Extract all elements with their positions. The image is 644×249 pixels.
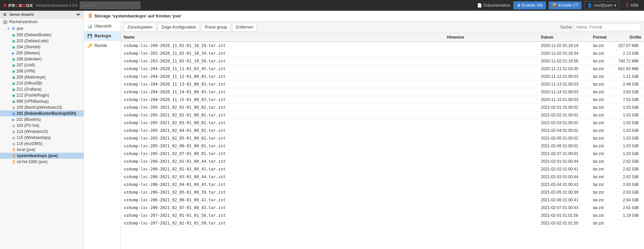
sidebar-item-200[interactable]: ▣ 200 (DebianBuster) (0, 32, 84, 38)
table-row[interactable]: vzdump-lxc-205-2021_02_06-01_00_01.tar.z… (121, 142, 644, 150)
sidebar-item-204[interactable]: ▣ 204 (Shinobi) (0, 44, 84, 50)
sidebar-item-115[interactable]: ▣ 115 (WindowsIspy) (0, 135, 84, 141)
tab-backups[interactable]: 💾 Backups (84, 31, 121, 41)
cell-notes (444, 57, 538, 65)
sidebar-item-systembackups[interactable]: 🗄 systembackups (pve) (0, 153, 84, 159)
cell-format: tar.zst (590, 204, 614, 212)
cell-notes (444, 189, 538, 196)
table-row[interactable]: vzdump-lxc-206-2021_02_02-01_00_41.tar.z… (121, 165, 644, 173)
create-ct-icon: 📦 (552, 3, 557, 8)
sidebar-item-pve[interactable]: ▼ 🖥 pve (0, 25, 84, 32)
table-row[interactable]: vzdump-lxc-206-2021_02_03-01_00_44.tar.z… (121, 173, 644, 181)
zuruckspielen-button[interactable]: Zurückspielen (124, 23, 156, 32)
sidebar-item-local[interactable]: 🗄 local (pve) (0, 147, 84, 153)
sidebar-item-vd-hd-1000[interactable]: 🗄 vd-hd-1000 (pve) (0, 159, 84, 165)
sidebar-item-101[interactable]: ▣ 101 (DebianBusterBackupSSH) (0, 110, 84, 116)
table-row[interactable]: vzdump-lxc-206-2021_02_05-01_00_39.tar.z… (121, 189, 644, 196)
ct-icon: ▣ (12, 76, 15, 79)
cell-size: 740.72 MiB (614, 57, 644, 65)
table-row[interactable]: vzdump-lxc-202-2020_11_02-01_18_34.tar.z… (121, 50, 644, 57)
table-row[interactable]: vzdump-lxc-205-2021_02_02-01_00_01.tar.z… (121, 111, 644, 119)
prune-group-button[interactable]: Prune group (201, 23, 231, 32)
sidebar-item-116[interactable]: ▣ 116 (ecoDMS) (0, 141, 84, 147)
cell-notes (444, 127, 538, 135)
content-header: 🗄 Storage 'systembackups' auf Knoten 'pv… (84, 11, 644, 21)
table-row[interactable]: vzdump-lxc-205-2021_02_01-01_00_02.tar.z… (121, 104, 644, 111)
table-row[interactable]: vzdump-lxc-206-2021_02_07-01_00_43.tar.z… (121, 204, 644, 212)
table-row[interactable]: vzdump-lxc-204-2020_11_13-01_00_03.tar.z… (121, 81, 644, 88)
table-row[interactable]: vzdump-lxc-206-2021_02_04-01_00_43.tar.z… (121, 181, 644, 189)
main-layout: 🖥 Server-Ansicht 🏢 Rechenzentrum ▼ 🖥 pve… (0, 11, 644, 249)
cell-format: tar.zst (590, 50, 614, 57)
sidebar-item-203[interactable]: ▣ 203 (DebianLxde) (0, 38, 84, 44)
cell-size: 841.63 MiB (614, 65, 644, 73)
table-row[interactable]: vzdump-lxc-205-2021_02_05-01_00_02.tar.z… (121, 135, 644, 142)
content-search-input[interactable] (574, 23, 641, 31)
sidebar-item-208[interactable]: ▣ 208 (VPN) (0, 68, 84, 74)
table-row[interactable]: vzdump-lxc-204-2020_11_15-01_00_03.tar.z… (121, 96, 644, 104)
sidebar-item-103[interactable]: ▣ 103 (PV-Sol) (0, 122, 84, 129)
storage-active-icon: 🗄 (12, 154, 15, 158)
col-size-header: Größe (614, 33, 644, 42)
cell-name: vzdump-lxc-204-2020_11_15-01_00_03.tar.z… (121, 96, 444, 104)
create-vm-icon: 🖥 (517, 3, 521, 8)
table-row[interactable]: vzdump-lxc-205-2021_02_04-01_00_02.tar.z… (121, 127, 644, 135)
view-selector[interactable]: Server-Ansicht (8, 12, 81, 17)
table-row[interactable]: vzdump-lxc-206-2021_02_01-01_00_44.tar.z… (121, 158, 644, 165)
cell-date: 2020-11-12 01:00:03 (538, 73, 590, 81)
left-panel: 📊 Übersicht 💾 Backups 🔑 Rechte (84, 21, 121, 249)
col-name-header: Name (121, 33, 444, 42)
cell-date: 2021-02-02 01:01:50 (538, 219, 590, 227)
vm-off-icon: ▣ (12, 106, 15, 109)
cell-notes (444, 165, 538, 173)
sidebar-item-999[interactable]: ▣ 999 (VPNBackup) (0, 98, 84, 104)
table-row[interactable]: vzdump-lxc-204-2020_11_11-01_03_45.tar.z… (121, 65, 644, 73)
cell-date: 2021-02-01 01:01:56 (538, 212, 590, 219)
sidebar-item-205[interactable]: ▶ 205 (Weewx) (0, 50, 84, 56)
tab-overview[interactable]: 📊 Übersicht (84, 21, 121, 31)
cell-notes (444, 88, 538, 96)
documentation-button[interactable]: 📄 Dokumentation (477, 3, 511, 8)
cell-size: 1.03 GiB (614, 111, 644, 119)
user-button[interactable]: 👤 root@pam ▾ (584, 1, 619, 9)
sidebar-item-210[interactable]: ▣ 210 (InfluxDB) (0, 80, 84, 86)
sidebar-header[interactable]: 🖥 Server-Ansicht (0, 11, 84, 18)
cell-format: tar.zst (590, 212, 614, 219)
cell-format: tar.zst (590, 127, 614, 135)
sidebar-item-rechenzentrum[interactable]: 🏢 Rechenzentrum (0, 18, 84, 25)
sidebar-view-icon: 🖥 (3, 12, 7, 17)
sidebar-item-102[interactable]: ▶ 102 (Blueliris) (0, 116, 84, 122)
help-button[interactable]: ❓ Hilfe (622, 2, 641, 9)
sidebar-item-207[interactable]: ▣ 207 (Unifi) (0, 62, 84, 68)
cell-date: 2021-02-01 01:00:02 (538, 104, 590, 111)
cell-format: tar.zst (590, 181, 614, 189)
sidebar-item-211[interactable]: ▣ 211 (Grafana) (0, 86, 84, 92)
create-vm-button[interactable]: 🖥 Erstelle VM (513, 1, 546, 9)
table-row[interactable]: vzdump-lxc-205-2021_02_03-01_00_02.tar.z… (121, 119, 644, 127)
sidebar-item-206[interactable]: ▣ 206 (lobroker) (0, 56, 84, 62)
sidebar-item-212[interactable]: ▣ 212 (FoshkPlugin) (0, 92, 84, 98)
table-row[interactable]: vzdump-lxc-203-2020_11_02-01_19_56.tar.z… (121, 57, 644, 65)
search-input[interactable] (80, 2, 140, 9)
entfernen-button[interactable]: Entfernen (232, 23, 257, 32)
table-row[interactable]: vzdump-lxc-207-2021_02_01-01_01_56.tar.z… (121, 212, 644, 219)
sidebar-item-209[interactable]: ▣ 209 (Motioneye) (0, 74, 84, 80)
cell-date: 2021-02-06 01:00:01 (538, 142, 590, 150)
help-icon: ❓ (625, 3, 630, 8)
table-row[interactable]: vzdump-lxc-207-2021_02_02-01_01_50.tar.z… (121, 219, 644, 227)
sidebar-item-114[interactable]: ▣ 114 (Windows10) (0, 129, 84, 135)
table-row[interactable]: vzdump-lxc-205-2021_02_07-01_00_01.tar.z… (121, 150, 644, 158)
table-row[interactable]: vzdump-lxc-200-2020_11_02-01_18_19.tar.z… (121, 42, 644, 50)
cell-name: vzdump-lxc-207-2021_02_01-01_01_56.tar.z… (121, 212, 444, 219)
table-row[interactable]: vzdump-lxc-204-2020_11_12-01_00_03.tar.z… (121, 73, 644, 81)
table-row[interactable]: vzdump-lxc-206-2021_02_06-01_00_41.tar.z… (121, 196, 644, 204)
table-container[interactable]: Name Hinweise Datum Format Größe vzdump-… (121, 33, 644, 249)
create-ct-button[interactable]: 📦 Erstelle CT (549, 1, 582, 9)
cell-format: tar.zst (590, 104, 614, 111)
col-format-header: Format (590, 33, 614, 42)
tab-rights[interactable]: 🔑 Rechte (84, 41, 121, 51)
sidebar-item-100[interactable]: ▣ 100 (BackUpWindows10) (0, 104, 84, 110)
user-chevron-icon: ▾ (614, 3, 616, 8)
table-row[interactable]: vzdump-lxc-204-2020_11_14-01_00_03.tar.z… (121, 88, 644, 96)
zeige-konfiguration-button[interactable]: Zeige Konfiguration (158, 23, 200, 32)
